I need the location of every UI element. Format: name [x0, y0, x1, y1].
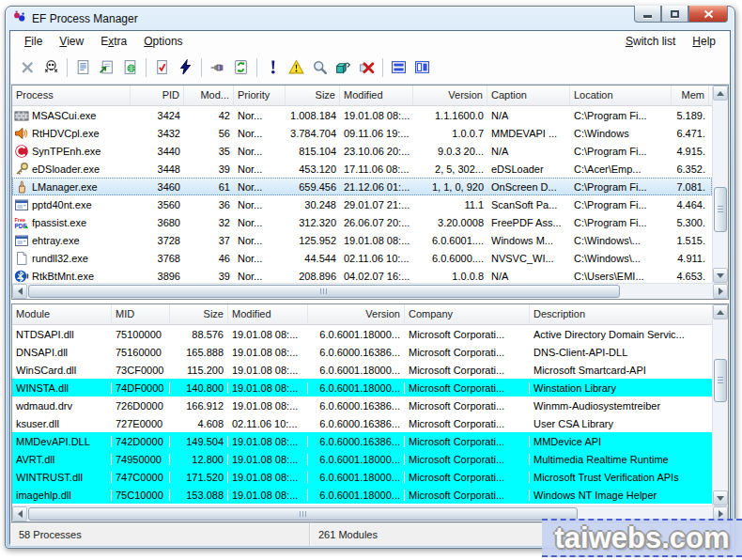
cell-modified: 19.01.08 08:... [228, 490, 308, 501]
column-header-modified[interactable]: Modified [228, 304, 308, 324]
column-header-size[interactable]: Size [286, 86, 340, 105]
scroll-left-button[interactable] [12, 284, 27, 299]
column-header-mid[interactable]: MID [112, 304, 170, 324]
cell-pid: 3448 [131, 163, 184, 175]
cell-version: 6.0.6000.16386... [308, 436, 405, 447]
process-horizontal-scrollbar[interactable] [12, 283, 728, 299]
report-document-icon[interactable] [71, 55, 95, 79]
scroll-down-button[interactable] [713, 268, 728, 283]
process-table-header: ProcessPIDMod...PrioritySizeModifiedVers… [12, 86, 712, 106]
cell-version: 6.0.6001.18000... [308, 472, 405, 483]
cell-pid: 3768 [131, 253, 184, 264]
process-row[interactable]: pptd40nt.exe356036Nor...30.24829.01.07 2… [12, 195, 712, 213]
process-row[interactable]: LManager.exe346061Nor...659.45621.12.06 … [12, 178, 712, 195]
column-header-description[interactable]: Description [530, 304, 712, 324]
refresh-icon[interactable] [229, 55, 253, 79]
cell-version: 6.0.6001.18000... [308, 329, 405, 340]
column-header-pid[interactable]: PID [131, 86, 184, 105]
column-header-module[interactable]: Module [12, 304, 112, 324]
column-header-caption[interactable]: Caption [487, 86, 570, 105]
kill-process-skull-icon[interactable] [39, 55, 63, 79]
cell-location: C:\Windows\... [570, 253, 672, 264]
module-row[interactable]: wdmaud.drv726D0000166.91219.01.08 08:...… [12, 397, 712, 414]
menu-file[interactable]: File [16, 33, 51, 50]
module-vertical-scrollbar[interactable] [712, 304, 728, 506]
column-header-location[interactable]: Location [570, 86, 672, 105]
column-header-version[interactable]: Version [308, 304, 405, 324]
menu-view[interactable]: View [51, 33, 92, 50]
column-header-modified[interactable]: Modified [340, 86, 413, 105]
process-row[interactable]: RtHDVCpl.exe343256Nor...3.784.70409.11.0… [12, 124, 712, 142]
cell-modified: 04.02.07 16:... [340, 271, 413, 282]
pin-window-icon[interactable] [206, 55, 229, 79]
lightning-icon[interactable] [174, 55, 197, 79]
scroll-up-button[interactable] [713, 86, 728, 101]
module-row[interactable]: ksuser.dll727E00004.60802.11.06 10:...6.… [12, 414, 712, 432]
column-header-process[interactable]: Process [12, 86, 131, 105]
menu-help[interactable]: Help [684, 33, 724, 50]
column-header-company[interactable]: Company [405, 304, 530, 324]
cell-mod: 39 [184, 271, 234, 282]
cell-modified: 19.01.08 08:... [228, 382, 308, 394]
cell-mod: 56 [184, 128, 234, 139]
module-row[interactable]: imagehlp.dll75C10000153.08819.01.08 08:.… [12, 486, 712, 504]
close-x-icon[interactable] [16, 55, 39, 79]
horizontal-scrollbar-thumb[interactable] [28, 507, 578, 521]
html-document-icon[interactable] [118, 55, 142, 79]
cell-process: pptd40nt.exe [12, 197, 131, 212]
cell-location: C:\Program Fi... [570, 110, 672, 121]
column-header-mod[interactable]: Mod... [184, 86, 234, 105]
toolbar [10, 52, 730, 85]
process-row[interactable]: ehtray.exe372837Nor...125.95219.01.08 08… [12, 231, 712, 249]
module-row[interactable]: DNSAPI.dll75160000165.88819.01.08 08:...… [12, 343, 712, 361]
cell-mod: 32 [184, 217, 234, 228]
window-title: EF Process Manager [32, 12, 138, 25]
warning-icon[interactable] [285, 55, 308, 79]
minimize-button[interactable] [634, 6, 661, 23]
delete-module-icon[interactable] [355, 55, 379, 79]
horizontal-split-icon[interactable] [387, 55, 410, 79]
cell-location: C:\Users\EMI... [570, 271, 672, 282]
vertical-split-icon[interactable] [410, 55, 434, 79]
cell-company: Microsoft Corporati... [405, 490, 530, 501]
module-row[interactable]: WinSCard.dll73CF0000115.20019.01.08 08:.… [12, 361, 712, 379]
menu-switch-list[interactable]: Switch list [617, 33, 684, 50]
module-row[interactable]: WINSTA.dll74DF0000140.80019.01.08 08:...… [12, 379, 712, 397]
module-list-icon[interactable] [332, 55, 355, 79]
cell-modified: 19.01.08 08:... [340, 110, 413, 121]
export-document-icon[interactable] [95, 55, 118, 79]
validate-document-icon[interactable] [150, 55, 174, 79]
vertical-scrollbar-thumb[interactable] [714, 187, 727, 232]
module-row[interactable]: NTDSAPI.dll7510000088.57619.01.08 08:...… [12, 325, 712, 343]
scroll-down-button[interactable] [713, 490, 728, 506]
exclamation-icon[interactable] [261, 55, 285, 79]
process-name: rundll32.exe [32, 253, 88, 264]
module-row[interactable]: MMDevAPI.DLL742D0000149.50419.01.08 08:.… [12, 432, 712, 450]
menu-extra[interactable]: Extra [92, 33, 135, 50]
scroll-left-button[interactable] [12, 506, 27, 521]
process-row[interactable]: SynTPEnh.exe344035Nor...815.10423.10.06 … [12, 142, 712, 160]
column-header-version[interactable]: Version [413, 86, 487, 105]
process-row[interactable]: eDSloader.exe344839Nor...453.12017.11.06… [12, 160, 712, 178]
process-vertical-scrollbar[interactable] [712, 86, 728, 283]
cell-mem: 4.464. [672, 199, 709, 210]
column-header-mem[interactable]: Mem [672, 86, 709, 105]
module-row[interactable]: AVRT.dll7495000012.80019.01.08 08:...6.0… [12, 450, 712, 468]
horizontal-scrollbar-thumb[interactable] [28, 285, 620, 298]
vertical-scrollbar-thumb[interactable] [714, 359, 727, 402]
scroll-right-button[interactable] [713, 284, 728, 299]
search-icon[interactable] [308, 55, 332, 79]
cell-modified: 19.01.08 08:... [228, 454, 308, 465]
window-controls [634, 6, 728, 23]
cell-version: 11.1 [413, 199, 487, 210]
module-row[interactable]: WINTRUST.dll747C0000171.52019.01.08 08:.… [12, 468, 712, 486]
column-header-priority[interactable]: Priority [234, 86, 286, 105]
close-button[interactable] [688, 6, 728, 23]
process-row[interactable]: MSASCui.exe342442Nor...1.008.18419.01.08… [12, 106, 712, 124]
process-row[interactable]: FreePDFfpassist.exe368032Nor...312.32026… [12, 213, 712, 231]
menu-options[interactable]: Options [135, 33, 191, 50]
column-header-size[interactable]: Size [170, 304, 228, 324]
scroll-up-button[interactable] [713, 304, 728, 319]
process-row[interactable]: rundll32.exe376846Nor...44.54402.11.06 1… [12, 249, 712, 267]
maximize-button[interactable] [661, 6, 688, 23]
